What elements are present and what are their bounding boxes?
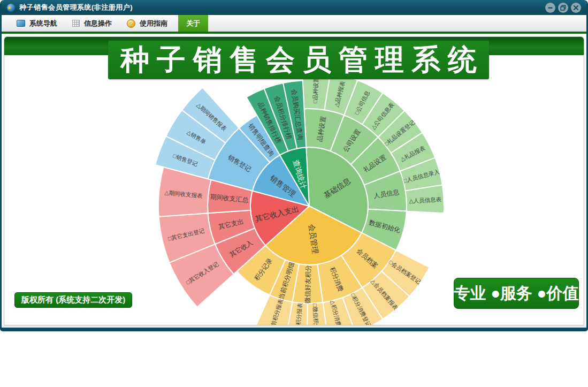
slogan-badge: 专业 ●服务 ●价值 [454, 278, 579, 309]
toolbar-item-info-operations[interactable]: 信息操作 [65, 15, 119, 32]
navigation-icon [17, 20, 25, 27]
close-icon [573, 5, 579, 11]
minimize-button[interactable] [545, 3, 555, 13]
copyright-badge: 版权所有 (系统支持二次开发) [14, 292, 132, 308]
toolbar-item-system-navigation[interactable]: 系统导航 [9, 15, 65, 32]
main-title: 种子销售会员管理系统 [120, 41, 484, 80]
content-panel: 基础信息品种设置□品种设置△品种报表公司设置□公司信息△公司信息表礼品设置□礼品… [4, 36, 584, 325]
window-title: 种子销售会员管理系统(非注册用户) [19, 3, 133, 12]
app-logo-icon [7, 4, 15, 12]
close-button[interactable] [571, 3, 581, 13]
restore-icon [560, 5, 566, 11]
window-controls [545, 3, 581, 13]
help-coin-icon: ? [127, 19, 135, 28]
app-window: 种子销售会员管理系统(非注册用户) 系统导航 [0, 0, 588, 331]
toolbar-item-label: 关于 [186, 19, 200, 28]
toolbar-item-label: 信息操作 [84, 19, 112, 28]
main-toolbar: 系统导航 信息操作 ? 使用指南 关于 [2, 15, 586, 34]
main-title-banner: 种子销售会员管理系统 [108, 41, 489, 79]
toolbar-item-label: 系统导航 [29, 19, 57, 28]
minimize-icon [547, 5, 553, 11]
restore-button[interactable] [558, 3, 568, 13]
grid-icon [72, 20, 80, 27]
toolbar-item-label: 使用指南 [140, 19, 167, 28]
toolbar-item-about[interactable]: 关于 [178, 15, 208, 32]
toolbar-item-user-guide[interactable]: ? 使用指南 [119, 15, 175, 32]
bottom-inner-strip [2, 325, 586, 328]
title-bar[interactable]: 种子销售会员管理系统(非注册用户) [2, 0, 586, 15]
